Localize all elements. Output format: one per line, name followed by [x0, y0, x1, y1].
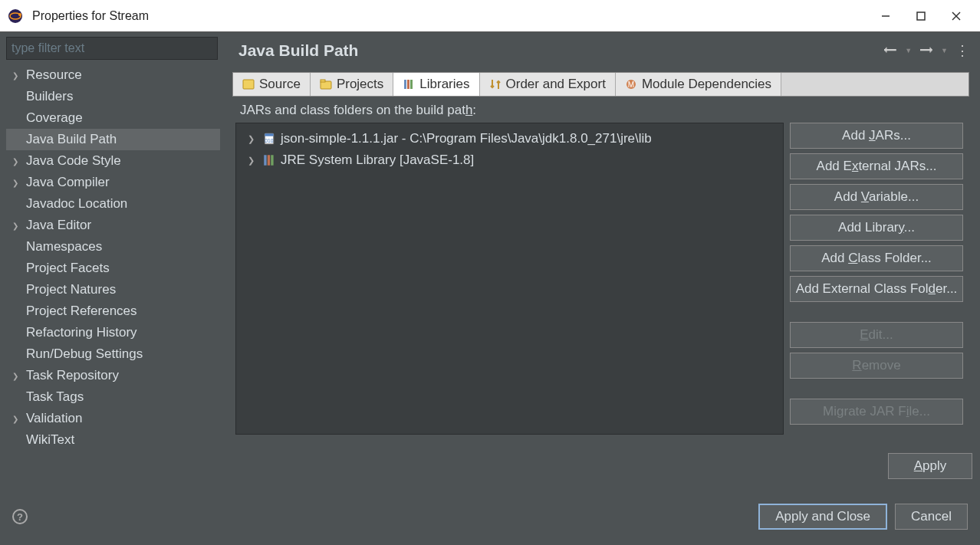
- sidebar-item-refactoring-history[interactable]: Refactoring History: [6, 322, 220, 343]
- tab-source[interactable]: Source: [233, 73, 311, 96]
- sidebar-item-label: Project Natures: [6, 282, 116, 297]
- svg-rect-9: [321, 80, 325, 82]
- tab-libraries[interactable]: Libraries: [393, 73, 479, 96]
- sidebar-item-validation[interactable]: ❯Validation: [6, 408, 220, 429]
- sidebar-item-label: Validation: [26, 411, 82, 426]
- chevron-right-icon[interactable]: ❯: [244, 156, 258, 166]
- tab-order-and-export[interactable]: Order and Export: [480, 73, 616, 96]
- sidebar-item-task-tags[interactable]: Task Tags: [6, 386, 220, 408]
- eclipse-icon: [6, 7, 25, 25]
- libraries-list[interactable]: ❯010json-simple-1.1.1.jar - C:\Program F…: [235, 123, 784, 435]
- sidebar-item-resource[interactable]: ❯Resource: [6, 64, 220, 86]
- sidebar-item-wikitext[interactable]: WikiText: [6, 429, 220, 451]
- category-tree: ❯ResourceBuildersCoverageJava Build Path…: [6, 64, 220, 451]
- chevron-right-icon[interactable]: ❯: [12, 372, 23, 380]
- sidebar-item-label: Project Facets: [6, 261, 110, 276]
- module-dependencies-icon: M: [625, 78, 637, 90]
- add-library-button[interactable]: Add Library...: [790, 215, 963, 241]
- sidebar-item-project-natures[interactable]: Project Natures: [6, 279, 220, 300]
- sidebar-item-label: Builders: [6, 89, 73, 104]
- chevron-right-icon[interactable]: ❯: [12, 179, 23, 187]
- filter-input[interactable]: [6, 37, 218, 60]
- sidebar-item-label: Java Code Style: [26, 153, 121, 169]
- tabs: SourceProjectsLibrariesOrder and ExportM…: [232, 72, 969, 97]
- library-entry[interactable]: ❯JRE System Library [JavaSE-1.8]: [239, 149, 780, 171]
- sidebar-item-project-references[interactable]: Project References: [6, 300, 220, 322]
- sidebar-item-java-build-path[interactable]: Java Build Path: [6, 129, 220, 150]
- footer: ? Apply and Close Cancel: [0, 485, 980, 545]
- chevron-right-icon[interactable]: ❯: [244, 134, 258, 144]
- sidebar-item-label: Java Editor: [26, 218, 91, 233]
- chevron-right-icon[interactable]: ❯: [12, 222, 23, 230]
- maximize-button[interactable]: [903, 4, 939, 28]
- edit-button: Edit...: [790, 322, 963, 348]
- sidebar-item-coverage[interactable]: Coverage: [6, 107, 220, 129]
- tab-label: Module Dependencies: [642, 77, 771, 92]
- svg-point-2: [18, 13, 21, 16]
- sidebar-item-label: Coverage: [6, 110, 83, 126]
- sidebar: ❯ResourceBuildersCoverageJava Build Path…: [0, 32, 226, 485]
- tab-label: Libraries: [419, 77, 469, 92]
- tab-module-dependencies[interactable]: MModule Dependencies: [616, 73, 781, 96]
- content-pane: Java Build Path 🠔 ▼ 🠖 ▼ ⋮ SourceProjects…: [226, 32, 980, 485]
- page-title: Java Build Path: [238, 41, 880, 60]
- libraries-icon: [403, 78, 415, 90]
- sidebar-item-label: Task Repository: [26, 368, 119, 383]
- nav-forward-dropdown-icon[interactable]: ▼: [941, 47, 948, 54]
- sidebar-item-label: Run/Debug Settings: [6, 346, 143, 362]
- sidebar-item-label: Task Tags: [6, 389, 84, 405]
- add-variable-button[interactable]: Add Variable...: [790, 184, 963, 210]
- add-external-jars-button[interactable]: Add External JARs...: [790, 153, 963, 179]
- tab-projects[interactable]: Projects: [311, 73, 393, 96]
- minimize-button[interactable]: [868, 4, 903, 28]
- apply-button[interactable]: Apply: [888, 453, 972, 479]
- close-button[interactable]: [939, 4, 974, 28]
- add-jars-button[interactable]: Add JARs...: [790, 123, 963, 149]
- header-nav: 🠔 ▼ 🠖 ▼ ⋮: [880, 41, 971, 61]
- chevron-right-icon[interactable]: ❯: [12, 71, 23, 80]
- content-header: Java Build Path 🠔 ▼ 🠖 ▼ ⋮: [229, 32, 980, 69]
- remove-button: Remove: [790, 353, 963, 379]
- sidebar-item-task-repository[interactable]: ❯Task Repository: [6, 365, 220, 386]
- library-entry[interactable]: ❯010json-simple-1.1.1.jar - C:\Program F…: [239, 128, 780, 149]
- svg-text:010: 010: [265, 138, 274, 143]
- svg-rect-7: [243, 80, 254, 89]
- sidebar-item-label: Java Compiler: [26, 175, 110, 190]
- nav-back-icon[interactable]: 🠔: [880, 41, 900, 61]
- nav-back-dropdown-icon[interactable]: ▼: [905, 47, 912, 54]
- sidebar-item-label: Project References: [6, 304, 137, 319]
- sidebar-item-label: Resource: [26, 67, 82, 83]
- svg-rect-4: [917, 12, 925, 20]
- cancel-button[interactable]: Cancel: [895, 504, 968, 530]
- window-title: Properties for Stream: [32, 9, 868, 23]
- help-icon[interactable]: ?: [12, 509, 28, 524]
- svg-rect-11: [407, 80, 409, 89]
- sidebar-item-java-compiler[interactable]: ❯Java Compiler: [6, 172, 220, 193]
- sidebar-item-javadoc-location[interactable]: Javadoc Location: [6, 193, 220, 215]
- chevron-right-icon[interactable]: ❯: [12, 415, 23, 423]
- sidebar-item-java-editor[interactable]: ❯Java Editor: [6, 215, 220, 236]
- chevron-right-icon[interactable]: ❯: [12, 157, 23, 166]
- svg-rect-19: [268, 155, 270, 166]
- sidebar-item-java-code-style[interactable]: ❯Java Code Style: [6, 150, 220, 172]
- sidebar-item-namespaces[interactable]: Namespaces: [6, 236, 220, 258]
- apply-and-close-button[interactable]: Apply and Close: [758, 504, 887, 530]
- sidebar-item-run-debug-settings[interactable]: Run/Debug Settings: [6, 343, 220, 365]
- sidebar-item-label: Java Build Path: [6, 132, 117, 147]
- library-label: JRE System Library [JavaSE-1.8]: [281, 153, 474, 168]
- sidebar-item-project-facets[interactable]: Project Facets: [6, 258, 220, 279]
- sidebar-item-builders[interactable]: Builders: [6, 86, 220, 107]
- jar-icon: 010: [262, 132, 276, 146]
- order-and-export-icon: [489, 78, 502, 90]
- svg-rect-16: [265, 133, 273, 136]
- view-menu-icon[interactable]: ⋮: [952, 41, 971, 61]
- add-external-class-folder-button[interactable]: Add External Class Folder...: [790, 276, 963, 302]
- tab-label: Order and Export: [506, 77, 606, 92]
- nav-forward-icon[interactable]: 🠖: [916, 41, 936, 61]
- svg-rect-18: [264, 155, 266, 166]
- lib-icon: [262, 153, 276, 167]
- library-buttons: Add JARs... Add External JARs... Add Var…: [790, 123, 963, 435]
- add-class-folder-button[interactable]: Add Class Folder...: [790, 245, 963, 271]
- library-label: json-simple-1.1.1.jar - C:\Program Files…: [281, 131, 652, 146]
- sidebar-item-label: Javadoc Location: [6, 196, 127, 212]
